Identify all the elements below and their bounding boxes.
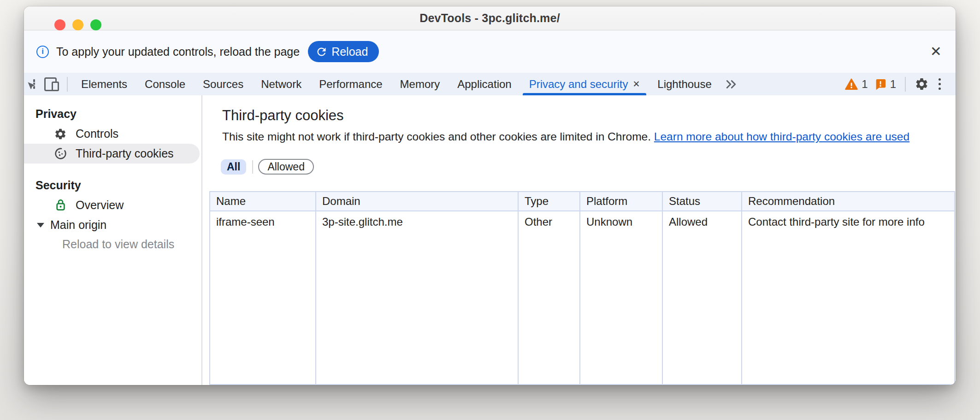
description-text: This site might not work if third-party …: [222, 130, 651, 143]
third-party-cookies-panel: Third-party cookies This site might not …: [202, 95, 956, 385]
minimize-window-button[interactable]: [72, 19, 83, 30]
close-tab-icon[interactable]: ✕: [632, 80, 640, 88]
column-name: Name iframe-seen: [210, 192, 316, 384]
infobar-message: To apply your updated controls, reload t…: [56, 45, 300, 58]
table-cell[interactable]: Allowed: [663, 211, 741, 233]
info-icon: i: [36, 46, 49, 58]
column-domain: Domain 3p-site.glitch.me: [316, 192, 519, 384]
column-status: Status Allowed: [663, 192, 742, 384]
sidebar-item-label: Third-party cookies: [76, 147, 174, 160]
table-cell[interactable]: Other: [519, 211, 579, 233]
titlebar: DevTools - 3pc.glitch.me/: [24, 6, 956, 30]
privacy-sidebar: Privacy Controls T: [24, 95, 202, 385]
table-cell[interactable]: Contact third-party site for more info: [742, 211, 954, 233]
page-title: Third-party cookies: [222, 107, 344, 124]
column-header[interactable]: Domain: [316, 192, 518, 211]
issue-count: 1: [890, 78, 896, 91]
device-toolbar-icon: [52, 82, 59, 91]
infobar-close-button[interactable]: ✕: [930, 45, 942, 58]
column-type: Type Other: [519, 192, 580, 384]
sidebar-section-security: Security: [24, 175, 201, 195]
zoom-window-button[interactable]: [90, 19, 101, 30]
cookies-table: Name iframe-seen Domain 3p-site.glitch.m…: [209, 191, 955, 385]
settings-button[interactable]: [915, 77, 929, 91]
reload-button[interactable]: Reload: [308, 41, 379, 62]
toolbar-divider: [67, 77, 68, 92]
reload-to-view-hint: Reload to view details: [24, 235, 201, 253]
sidebar-item-label: Controls: [76, 127, 118, 140]
devtools-window: DevTools - 3pc.glitch.me/ i To apply you…: [24, 6, 956, 385]
filter-all-chip[interactable]: All: [221, 159, 246, 175]
tab-network[interactable]: Network: [252, 73, 310, 95]
warning-triangle-icon: [844, 77, 858, 91]
panel-description: This site might not work if third-party …: [222, 130, 909, 143]
column-header[interactable]: Name: [210, 192, 315, 211]
window-title: DevTools - 3pc.glitch.me/: [419, 12, 560, 25]
tab-console[interactable]: Console: [136, 73, 194, 95]
warning-count: 1: [862, 78, 868, 91]
column-header[interactable]: Platform: [580, 192, 662, 211]
tab-memory[interactable]: Memory: [391, 73, 449, 95]
sidebar-item-security-overview[interactable]: Overview: [24, 195, 201, 215]
gear-icon: [915, 77, 929, 91]
close-window-button[interactable]: [54, 19, 65, 30]
tab-performance[interactable]: Performance: [310, 73, 391, 95]
chevron-down-icon: [37, 223, 44, 228]
table-cell[interactable]: iframe-seen: [210, 211, 315, 233]
gear-icon: [53, 128, 68, 140]
tab-privacy-and-security[interactable]: Privacy and security ✕: [520, 73, 649, 95]
chip-divider: [252, 160, 253, 174]
tab-application[interactable]: Application: [449, 73, 520, 95]
inspect-icon: [33, 79, 35, 89]
cookie-filter-chips: All Allowed: [221, 159, 314, 175]
double-chevron-icon: [724, 77, 738, 91]
column-header[interactable]: Status: [663, 192, 741, 211]
traffic-lights: [54, 19, 101, 30]
sidebar-item-label: Main origin: [50, 218, 106, 232]
sidebar-spacer: [24, 163, 201, 175]
devtools-tabbar: Elements Console Sources Network Perform…: [24, 73, 956, 95]
tab-lighthouse[interactable]: Lighthouse: [649, 73, 720, 95]
issues-icon: [874, 78, 887, 91]
inspect-element-button[interactable]: [33, 80, 35, 88]
warnings-badge[interactable]: 1: [844, 77, 868, 91]
cookie-icon: [53, 147, 68, 160]
sidebar-item-label: Overview: [76, 198, 124, 212]
sidebar-section-privacy: Privacy: [24, 104, 201, 124]
tab-elements[interactable]: Elements: [72, 73, 136, 95]
device-toolbar-button[interactable]: [44, 77, 57, 91]
table-cell[interactable]: Unknown: [580, 211, 662, 233]
sidebar-item-third-party-cookies[interactable]: Third-party cookies: [24, 144, 200, 163]
reload-icon: [315, 46, 328, 58]
sidebar-item-controls[interactable]: Controls: [24, 124, 201, 144]
toolbar-right-group: 1 1: [844, 76, 956, 92]
panel-content: Privacy Controls T: [24, 95, 956, 385]
sidebar-item-main-origin[interactable]: Main origin: [24, 215, 201, 235]
reload-infobar: i To apply your updated controls, reload…: [24, 30, 956, 73]
more-tabs-button[interactable]: [724, 77, 738, 91]
table-cell[interactable]: 3p-site.glitch.me: [316, 211, 518, 233]
column-header[interactable]: Recommendation: [742, 192, 954, 211]
column-header[interactable]: Type: [519, 192, 579, 211]
column-platform: Platform Unknown: [580, 192, 663, 384]
column-recommendation: Recommendation Contact third-party site …: [742, 192, 954, 384]
issues-badge[interactable]: 1: [874, 78, 896, 91]
lock-icon: [53, 198, 68, 212]
tab-sources[interactable]: Sources: [194, 73, 252, 95]
toolbar-divider: [905, 77, 906, 92]
more-options-button[interactable]: [935, 76, 945, 92]
reload-button-label: Reload: [331, 45, 368, 58]
filter-allowed-chip[interactable]: Allowed: [258, 159, 314, 175]
learn-more-link[interactable]: Learn more about how third-party cookies…: [654, 130, 909, 143]
